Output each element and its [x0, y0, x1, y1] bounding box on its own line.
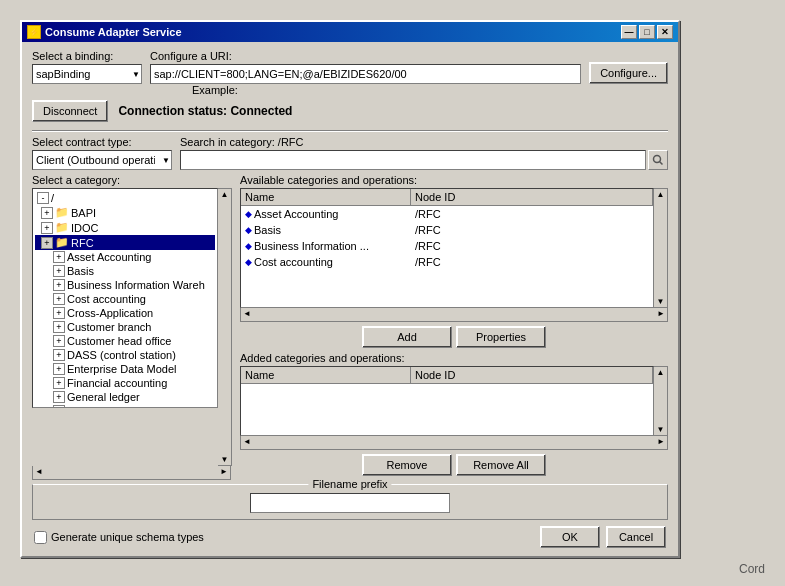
configure-button[interactable]: Configure...	[589, 62, 668, 84]
svg-line-1	[660, 162, 663, 165]
connection-status: Connection status: Connected	[118, 104, 292, 118]
avail-icon-0: ◆	[245, 209, 252, 219]
tree-item-enterprise[interactable]: + Enterprise Data Model	[35, 362, 215, 376]
disconnect-button[interactable]: Disconnect	[32, 100, 108, 122]
generate-checkbox[interactable]	[34, 531, 47, 544]
added-scroll-up[interactable]: ▲	[654, 367, 667, 378]
window-title: Consume Adapter Service	[45, 26, 182, 38]
tree-label-rfc: RFC	[71, 237, 94, 249]
avail-hscroll[interactable]: ◄ ►	[240, 308, 668, 322]
tree-item-rfc[interactable]: + 📁 RFC	[35, 235, 215, 250]
expander-cost[interactable]: +	[53, 293, 65, 305]
avail-hscroll-right[interactable]: ►	[655, 308, 667, 321]
tree-hscroll[interactable]: ◄ ►	[32, 466, 231, 480]
search-label: Search in category: /RFC	[180, 136, 668, 148]
category-tree[interactable]: - / + 📁 BAPI + 📁 IDOC	[32, 188, 218, 408]
minimize-button[interactable]: —	[621, 25, 637, 39]
tree-label-basis: Basis	[67, 265, 94, 277]
expander-basis[interactable]: +	[53, 265, 65, 277]
expander-rfc[interactable]: +	[41, 237, 53, 249]
avail-row-3[interactable]: ◆ Cost accounting /RFC	[241, 254, 653, 270]
avail-row-2[interactable]: ◆ Business Information ... /RFC	[241, 238, 653, 254]
tree-item-basis[interactable]: + Basis	[35, 264, 215, 278]
tree-item-cross[interactable]: + Cross-Application	[35, 306, 215, 320]
expander-dass[interactable]: +	[53, 349, 65, 361]
expander-general[interactable]: +	[53, 391, 65, 403]
avail-hscroll-left[interactable]: ◄	[241, 308, 253, 321]
tree-scroll-down[interactable]: ▼	[218, 454, 231, 465]
filename-input-row	[41, 493, 659, 513]
tree-item-bapi[interactable]: + 📁 BAPI	[35, 205, 215, 220]
close-button[interactable]: ✕	[657, 25, 673, 39]
add-button[interactable]: Add	[362, 326, 452, 348]
added-vscroll[interactable]: ▲ ▼	[654, 366, 668, 436]
uri-input[interactable]	[150, 64, 581, 84]
properties-button[interactable]: Properties	[456, 326, 546, 348]
avail-vscroll[interactable]: ▲ ▼	[654, 188, 668, 308]
tree-item-financial[interactable]: + Financial accounting	[35, 376, 215, 390]
tree-vscroll[interactable]: ▲ ▼	[218, 188, 232, 466]
added-table[interactable]: Name Node ID	[240, 366, 654, 436]
cancel-button[interactable]: Cancel	[606, 526, 666, 548]
tree-label-custbranch: Customer branch	[67, 321, 151, 333]
tree-item-cost[interactable]: + Cost accounting	[35, 292, 215, 306]
expander-custhead[interactable]: +	[53, 335, 65, 347]
tree-item-idoc[interactable]: + 📁 IDOC	[35, 220, 215, 235]
maximize-button[interactable]: □	[639, 25, 655, 39]
expander-bi[interactable]: +	[53, 279, 65, 291]
available-table-container: Name Node ID ◆ Asset Accounting /RFC	[240, 188, 668, 308]
remove-button[interactable]: Remove	[362, 454, 452, 476]
avail-icon-1: ◆	[245, 225, 252, 235]
expander-asset[interactable]: +	[53, 251, 65, 263]
avail-scroll-thumb	[654, 200, 667, 296]
expander-custbranch[interactable]: +	[53, 321, 65, 333]
available-table[interactable]: Name Node ID ◆ Asset Accounting /RFC	[240, 188, 654, 308]
filename-section-label: Filename prefix	[308, 478, 391, 490]
tree-item-root[interactable]: - /	[35, 191, 215, 205]
binding-label: Select a binding:	[32, 50, 142, 62]
added-hscroll[interactable]: ◄ ►	[240, 436, 668, 450]
expander-financial[interactable]: +	[53, 377, 65, 389]
avail-name-1: Basis	[254, 224, 281, 236]
added-scroll-down[interactable]: ▼	[654, 424, 667, 435]
filename-input[interactable]	[250, 493, 450, 513]
avail-cell-name-0: ◆ Asset Accounting	[241, 207, 411, 221]
available-label: Available categories and operations:	[240, 174, 668, 186]
bottom-row: Generate unique schema types OK Cancel	[32, 526, 668, 548]
tree-item-general[interactable]: + General ledger	[35, 390, 215, 404]
search-input[interactable]	[180, 150, 646, 170]
added-hscroll-right[interactable]: ►	[655, 436, 667, 449]
avail-row-0[interactable]: ◆ Asset Accounting /RFC	[241, 206, 653, 222]
expander-root[interactable]: -	[37, 192, 49, 204]
tree-label-asset: Asset Accounting	[67, 251, 151, 263]
avail-row-1[interactable]: ◆ Basis /RFC	[241, 222, 653, 238]
avail-scroll-up[interactable]: ▲	[654, 189, 667, 200]
search-button[interactable]	[648, 150, 668, 170]
expander-enterprise[interactable]: +	[53, 363, 65, 375]
added-hscroll-left[interactable]: ◄	[241, 436, 253, 449]
search-group: Search in category: /RFC	[180, 136, 668, 170]
expander-cross[interactable]: +	[53, 307, 65, 319]
tree-label-idoc: IDOC	[71, 222, 99, 234]
ok-button[interactable]: OK	[540, 526, 600, 548]
added-table-container: Name Node ID ▲ ▼	[240, 366, 668, 436]
avail-scroll-down[interactable]: ▼	[654, 296, 667, 307]
annotation-line	[0, 277, 17, 278]
tree-item-custbranch[interactable]: + Customer branch	[35, 320, 215, 334]
contract-select[interactable]: Client (Outbound operation	[32, 150, 172, 170]
expander-bapi[interactable]: +	[41, 207, 53, 219]
tree-label-cost: Cost accounting	[67, 293, 146, 305]
configure-group: Configure...	[589, 62, 668, 84]
tree-item-dass[interactable]: + DASS (control station)	[35, 348, 215, 362]
tree-item-hospital[interactable]: + Hospital	[35, 404, 215, 408]
remove-all-button[interactable]: Remove All	[456, 454, 546, 476]
tree-item-bi-wareh[interactable]: + Business Information Wareh	[35, 278, 215, 292]
tree-hscroll-right[interactable]: ►	[218, 466, 230, 479]
tree-scroll-up[interactable]: ▲	[218, 189, 231, 200]
expander-idoc[interactable]: +	[41, 222, 53, 234]
tree-hscroll-left[interactable]: ◄	[33, 466, 45, 479]
expander-hospital[interactable]: +	[53, 405, 65, 408]
binding-select[interactable]: sapBinding	[32, 64, 142, 84]
tree-item-asset-accounting[interactable]: + Asset Accounting	[35, 250, 215, 264]
tree-item-custhead[interactable]: + Customer head office	[35, 334, 215, 348]
